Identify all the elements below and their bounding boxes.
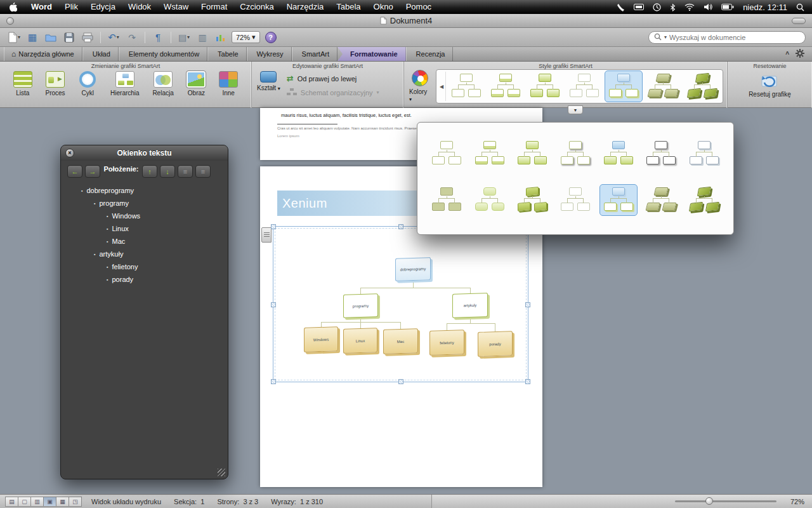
smartart-type-button[interactable]: Lista bbox=[13, 70, 32, 97]
style-thumbnail[interactable] bbox=[513, 184, 551, 216]
move-up-button[interactable]: ↑ bbox=[142, 165, 157, 178]
search-scope-caret[interactable]: ▾ bbox=[664, 34, 667, 40]
view-mode-button[interactable]: ◳ bbox=[69, 497, 82, 507]
menubar-clock[interactable]: niedz. 12:11 bbox=[743, 3, 787, 12]
style-thumbnail[interactable] bbox=[428, 184, 466, 216]
shape-button[interactable]: Kształt ▾ bbox=[257, 70, 280, 107]
style-thumbnail[interactable] bbox=[471, 138, 509, 170]
resize-handle[interactable] bbox=[271, 379, 276, 384]
style-thumbnail[interactable] bbox=[556, 138, 594, 170]
view-mode-button[interactable]: ▣ bbox=[43, 497, 56, 507]
style-thumbnail[interactable] bbox=[683, 70, 721, 102]
org-node-leaf[interactable]: felietony bbox=[429, 330, 464, 356]
view-layout-button[interactable]: ▤▾ bbox=[176, 30, 192, 45]
menubar-item[interactable]: Wstaw bbox=[157, 0, 195, 14]
style-thumbnail[interactable] bbox=[447, 70, 485, 102]
keyboard-icon[interactable] bbox=[634, 4, 644, 10]
resize-handle[interactable] bbox=[525, 302, 530, 307]
reset-graphic-button[interactable]: Resetuj grafikę bbox=[749, 70, 791, 98]
apple-menu-icon[interactable] bbox=[0, 3, 25, 12]
chart-button[interactable] bbox=[213, 30, 228, 45]
ribbon-tab[interactable]: Formatowanie bbox=[337, 47, 406, 61]
gear-icon[interactable] bbox=[796, 49, 804, 59]
org-node-leaf[interactable]: Windows bbox=[304, 326, 338, 352]
view-mode-button[interactable]: ▥ bbox=[30, 497, 44, 507]
resize-handle[interactable] bbox=[398, 379, 403, 384]
bluetooth-icon[interactable] bbox=[670, 3, 676, 11]
zoom-slider-thumb[interactable] bbox=[705, 497, 713, 505]
menubar-item[interactable]: Pomoc bbox=[400, 0, 438, 14]
menubar-item[interactable]: Narzędzia bbox=[280, 0, 331, 14]
style-thumbnail[interactable] bbox=[685, 184, 723, 216]
spotlight-icon[interactable] bbox=[796, 3, 804, 11]
resize-handle[interactable] bbox=[271, 302, 276, 307]
print-button[interactable] bbox=[80, 30, 95, 45]
style-thumbnail[interactable] bbox=[526, 70, 564, 102]
ribbon-tab[interactable]: Wykresy bbox=[247, 47, 292, 61]
columns-button[interactable]: ▥ bbox=[195, 30, 210, 45]
demote-button[interactable]: → bbox=[85, 165, 100, 178]
smartart-type-button[interactable]: Obraz bbox=[187, 70, 206, 97]
org-layout-button[interactable]: Schemat organizacyjny ▾ bbox=[287, 88, 379, 97]
smartart-type-button[interactable]: Inne bbox=[219, 70, 238, 97]
ribbon-tab[interactable]: Tabele bbox=[207, 47, 246, 61]
menubar-item[interactable]: Widok bbox=[122, 0, 157, 14]
gallery-toggle-button[interactable]: ▦ bbox=[25, 30, 40, 45]
promote-button[interactable]: ← bbox=[67, 165, 82, 178]
outline-item[interactable]: ▪ Linux bbox=[63, 222, 225, 235]
menubar-item[interactable]: Okno bbox=[367, 0, 400, 14]
org-node-branch[interactable]: programy bbox=[343, 293, 378, 318]
outline-item[interactable]: ▪ dobreprogramy bbox=[63, 184, 225, 197]
view-mode-button[interactable]: ▤ bbox=[5, 497, 18, 507]
style-thumbnail[interactable] bbox=[642, 138, 680, 170]
close-icon[interactable]: × bbox=[65, 149, 74, 157]
ribbon-tab[interactable]: Recenzja bbox=[406, 47, 454, 61]
undo-button[interactable]: ↶▾ bbox=[106, 30, 121, 45]
style-thumbnail[interactable] bbox=[599, 184, 638, 216]
style-thumbnail[interactable] bbox=[685, 138, 723, 170]
gallery-scroll-left[interactable]: ◀ bbox=[438, 72, 446, 101]
resize-handle[interactable] bbox=[271, 224, 276, 229]
smartart-type-button[interactable]: Proces bbox=[45, 70, 65, 97]
org-node-leaf[interactable]: Linux bbox=[343, 328, 377, 354]
org-node-leaf[interactable]: porady bbox=[478, 331, 513, 357]
org-node-root[interactable]: dobreprogramy bbox=[395, 257, 431, 281]
style-thumbnail[interactable] bbox=[556, 184, 594, 216]
style-thumbnail[interactable] bbox=[599, 138, 638, 170]
new-document-button[interactable]: ▾ bbox=[6, 30, 22, 45]
wifi-icon[interactable] bbox=[684, 3, 695, 11]
resize-handle[interactable] bbox=[525, 379, 530, 384]
resize-grip[interactable] bbox=[218, 469, 225, 476]
outline-item[interactable]: ▪ artykuły bbox=[63, 248, 225, 260]
document-search[interactable]: ▾ bbox=[648, 31, 806, 44]
style-thumbnail[interactable] bbox=[642, 184, 680, 216]
menubar-item[interactable]: Format bbox=[195, 0, 233, 14]
ribbon-tab[interactable]: Elementy dokumentów bbox=[119, 47, 207, 61]
outline-item[interactable]: ▪ programy bbox=[63, 197, 225, 210]
resize-handle[interactable] bbox=[398, 224, 403, 229]
style-thumbnail[interactable] bbox=[487, 70, 525, 102]
menubar-item[interactable]: Plik bbox=[58, 0, 84, 14]
window-close-button[interactable] bbox=[6, 17, 14, 25]
toolbar-toggle-capsule[interactable] bbox=[792, 18, 806, 24]
help-button[interactable]: ? bbox=[263, 30, 278, 45]
ribbon-collapse-icon[interactable]: ^ bbox=[785, 51, 789, 58]
smartart-type-button[interactable]: Hierarchia bbox=[110, 70, 140, 97]
smartart-canvas[interactable]: dobreprogramy programy artykuły Windows … bbox=[273, 226, 528, 382]
text-pane-toggle-button[interactable] bbox=[261, 227, 272, 243]
redo-button[interactable]: ↷ bbox=[124, 30, 140, 45]
style-thumbnail[interactable] bbox=[605, 70, 643, 102]
colors-button[interactable]: Kolory ▾ bbox=[409, 69, 431, 102]
battery-icon[interactable] bbox=[721, 4, 734, 10]
text-pane-titlebar[interactable]: × Okienko tekstu bbox=[61, 145, 228, 161]
outline-item[interactable]: ▪ Mac bbox=[63, 235, 225, 248]
menubar-item[interactable]: Edycja bbox=[84, 0, 122, 14]
ribbon-tab[interactable]: Układ bbox=[82, 47, 119, 61]
document-area[interactable]: mauris risus, luctus aliquam, facilisis … bbox=[0, 108, 812, 494]
outline-item[interactable]: ▪ felietony bbox=[63, 260, 225, 273]
more-button-2[interactable]: ≡ bbox=[195, 165, 211, 178]
menubar-item[interactable]: Tabela bbox=[330, 0, 367, 14]
pages-status[interactable]: Strony: 3 z 3 bbox=[217, 498, 258, 505]
ribbon-tab[interactable]: ⌂Narzędzia główne bbox=[4, 47, 82, 61]
gallery-expand-button[interactable]: ▼ bbox=[568, 105, 583, 114]
